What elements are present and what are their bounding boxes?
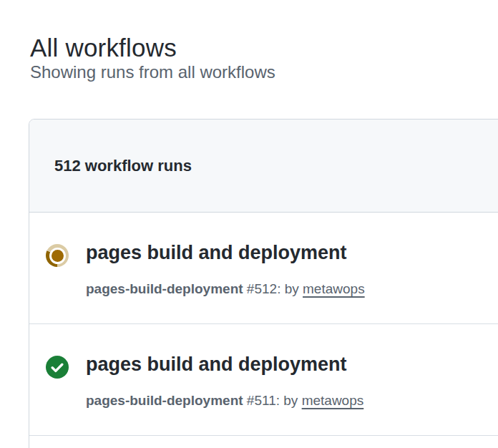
spinner-ring (46, 244, 69, 267)
run-details: pages build and deployment pages-build-d… (86, 241, 365, 297)
actor-link[interactable]: metawops (302, 393, 364, 408)
page-title: All workflows (30, 32, 177, 64)
run-number: #511: (247, 393, 280, 408)
spinner-dot (52, 250, 64, 262)
by-label: by (285, 281, 299, 296)
in-progress-spinner-icon (46, 244, 69, 267)
workflow-run-row[interactable]: pages build and deployment pages-build-d… (29, 213, 498, 324)
workflow-run-row[interactable]: pages build and deployment pages-build-d… (29, 324, 498, 436)
check-circle-icon (46, 356, 69, 379)
by-label: by (283, 393, 298, 408)
workflow-name: pages-build-deployment (86, 281, 243, 296)
run-subtitle: pages-build-deployment #511: by metawops (86, 392, 363, 409)
run-number: #512: (247, 281, 281, 296)
actor-link[interactable]: metawops (303, 281, 365, 296)
run-subtitle: pages-build-deployment #512: by metawops (86, 281, 365, 297)
run-details: pages build and deployment pages-build-d… (86, 353, 363, 409)
workflow-runs-card: 512 workflow runs pages build and deploy… (29, 119, 498, 448)
workflow-runs-count: 512 workflow runs (54, 157, 192, 175)
run-title-link[interactable]: pages build and deployment (86, 241, 347, 264)
workflow-name: pages-build-deployment (86, 393, 243, 408)
page-subtitle: Showing runs from all workflows (30, 62, 275, 83)
spinner-gap (49, 248, 66, 264)
workflow-run-row[interactable] (29, 436, 498, 448)
workflow-runs-card-header: 512 workflow runs (29, 120, 498, 213)
actions-page: All workflows Showing runs from all work… (0, 0, 498, 448)
run-title-link[interactable]: pages build and deployment (86, 353, 347, 376)
